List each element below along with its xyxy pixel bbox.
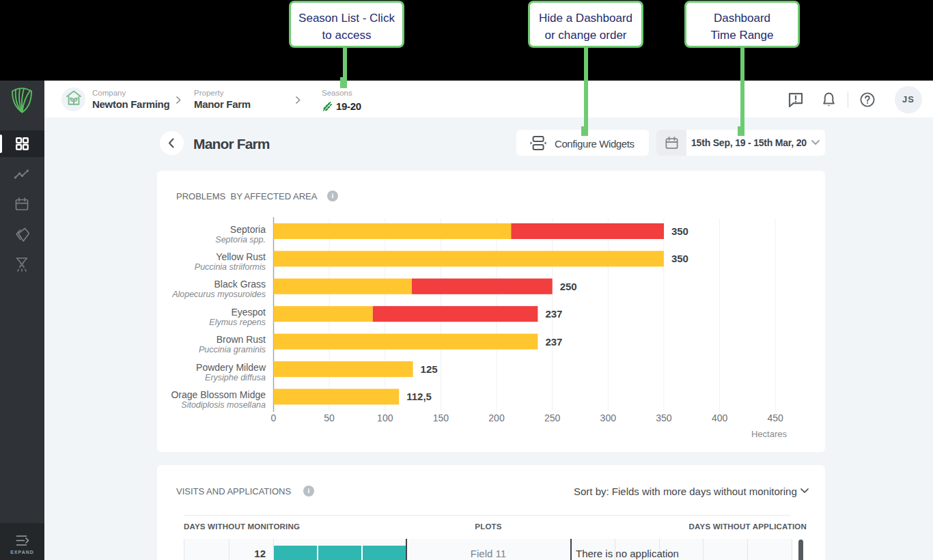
svg-text:Puccinia graminis: Puccinia graminis — [199, 345, 266, 354]
svg-text:Erysiphe diffusa: Erysiphe diffusa — [205, 373, 266, 382]
svg-text:250: 250 — [544, 412, 561, 423]
svg-text:Yellow Rust: Yellow Rust — [216, 251, 266, 262]
svg-text:237: 237 — [545, 336, 562, 348]
svg-text:150: 150 — [433, 412, 449, 423]
svg-text:450: 450 — [768, 412, 784, 423]
svg-text:100: 100 — [377, 412, 393, 423]
svg-text:250: 250 — [560, 281, 577, 292]
svg-text:Brown Rust: Brown Rust — [217, 334, 266, 345]
svg-text:350: 350 — [656, 412, 672, 423]
svg-text:Eyespot: Eyespot — [231, 307, 266, 318]
svg-text:350: 350 — [671, 253, 688, 264]
svg-text:300: 300 — [600, 412, 617, 423]
svg-text:350: 350 — [671, 225, 688, 237]
svg-text:125: 125 — [421, 363, 438, 375]
svg-text:Puccinia striiformis: Puccinia striiformis — [195, 262, 266, 272]
svg-text:Orage Blossom Midge: Orage Blossom Midge — [171, 389, 266, 400]
svg-text:Septoria spp.: Septoria spp. — [215, 235, 266, 244]
svg-text:Powdery Mildew: Powdery Mildew — [196, 362, 266, 373]
svg-text:Hectares: Hectares — [751, 429, 788, 439]
svg-text:400: 400 — [712, 412, 728, 423]
svg-text:237: 237 — [545, 308, 562, 320]
svg-text:Alopecurus myosuroides: Alopecurus myosuroides — [171, 290, 266, 299]
svg-text:Black Grass: Black Grass — [214, 279, 266, 290]
svg-text:Elymus repens: Elymus repens — [209, 318, 266, 327]
svg-text:112,5: 112,5 — [406, 391, 432, 402]
svg-text:0: 0 — [271, 412, 277, 423]
svg-text:Sitodiplosis mosellana: Sitodiplosis mosellana — [181, 400, 266, 410]
svg-text:Septoria: Septoria — [230, 224, 266, 235]
svg-text:200: 200 — [488, 412, 505, 423]
svg-text:50: 50 — [324, 412, 335, 423]
